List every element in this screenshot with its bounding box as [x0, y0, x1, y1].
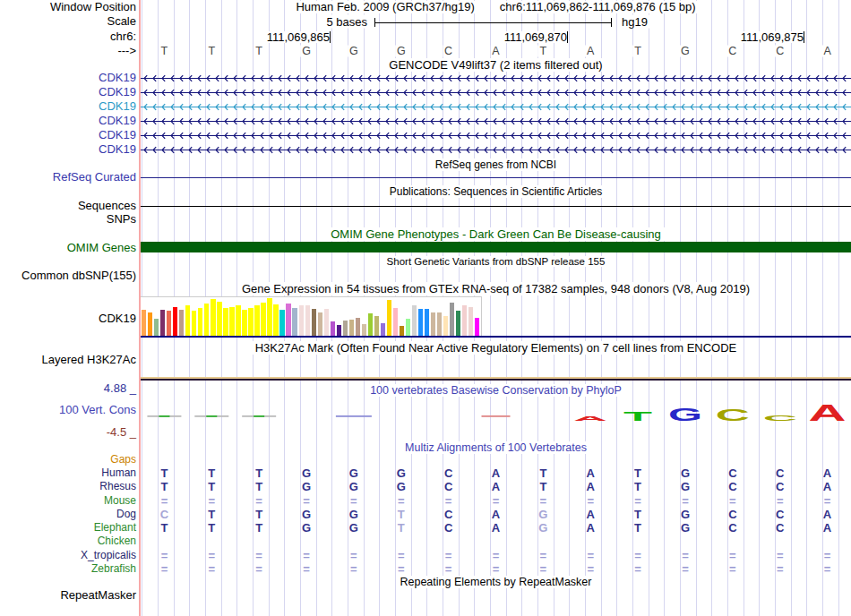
gtex-bar-9[interactable] — [198, 308, 202, 336]
gene-label-cdk19-1[interactable]: CDK19 — [0, 86, 136, 98]
gtex-bar-30[interactable] — [331, 321, 335, 336]
repeatmasker-track-title-text: Repeating Elements by RepeatMasker — [396, 576, 595, 588]
gtex-bar-44[interactable] — [418, 309, 423, 336]
gene-label-cdk19-0[interactable]: CDK19 — [0, 72, 136, 84]
gtex-bar-1[interactable] — [148, 312, 152, 336]
gtex-bar-19[interactable] — [261, 303, 265, 336]
gtex-bar-25[interactable] — [299, 305, 304, 336]
gtex-bar-28[interactable] — [318, 312, 322, 336]
species-label-zebrafish[interactable]: Zebrafish — [0, 562, 136, 575]
track-label-refseq-curated[interactable]: RefSeq Curated — [0, 171, 136, 184]
gtex-bar-33[interactable] — [349, 320, 354, 336]
gtex-bar-34[interactable] — [356, 318, 360, 336]
aln-human-4: G — [349, 467, 358, 479]
gtex-bar-36[interactable] — [368, 313, 373, 336]
gtex-bar-6[interactable] — [179, 310, 184, 336]
gtex-bar-21[interactable] — [273, 304, 278, 336]
gtex-bar-4[interactable] — [167, 311, 171, 336]
gtex-bar-51[interactable] — [462, 305, 467, 336]
gtex-bar-24[interactable] — [292, 308, 297, 336]
phylop-min-value: -4.5 _ — [0, 426, 136, 439]
gtex-bar-16[interactable] — [242, 310, 246, 336]
gtex-bar-3[interactable] — [160, 310, 165, 336]
gtex-bar-35[interactable] — [362, 324, 366, 336]
aln-zebrafish-14: = — [824, 563, 831, 575]
genome-browser: Human Feb. 2009 (GRCh37/hg19)chr6:111,06… — [0, 0, 851, 616]
ruler-base-13: C — [774, 46, 786, 57]
phylop-letter-12: C — [716, 406, 750, 424]
gtex-bar-53[interactable] — [475, 318, 479, 336]
gene-label-cdk19-3[interactable]: CDK19 — [0, 115, 136, 127]
gtex-bar-49[interactable] — [450, 303, 454, 336]
gtex-bar-22[interactable] — [279, 310, 284, 336]
track-label-100-vert-cons[interactable]: 100 Vert. Cons — [0, 404, 136, 416]
gtex-bar-0[interactable] — [142, 310, 146, 336]
gtex-bar-14[interactable] — [229, 307, 234, 336]
species-label-x_tropicalis[interactable]: X_tropicalis — [0, 549, 136, 561]
gtex-bar-37[interactable] — [374, 316, 379, 336]
gtex-bar-17[interactable] — [248, 308, 253, 336]
gtex-bar-46[interactable] — [431, 312, 435, 336]
species-label-dog[interactable]: Dog — [0, 508, 136, 520]
gtex-bar-40[interactable] — [393, 308, 398, 336]
gtex-bar-2[interactable] — [154, 319, 159, 336]
aln-rhesus-10: T — [634, 481, 641, 492]
aln-zebrafish-11: = — [682, 563, 689, 575]
gtex-bar-31[interactable] — [337, 325, 341, 336]
track-label-layered-h3k27ac[interactable]: Layered H3K27Ac — [0, 354, 136, 366]
gtex-bar-50[interactable] — [456, 311, 460, 336]
track-label-common-dbsnp[interactable]: Common dbSNP(155) — [0, 270, 136, 282]
sequences-line[interactable] — [141, 206, 851, 207]
species-label-elephant[interactable]: Elephant — [0, 521, 136, 534]
gtex-bar-8[interactable] — [192, 311, 196, 336]
omim-track-title-text: OMIM Gene Phenotypes - Dark Green Can Be… — [327, 227, 665, 241]
track-label-omim-genes[interactable]: OMIM Genes — [0, 242, 136, 254]
ruler-base-6: C — [443, 46, 454, 57]
track-label-gtex-cdk19[interactable]: CDK19 — [0, 312, 136, 325]
track-label-repeatmasker[interactable]: RepeatMasker — [0, 589, 136, 602]
aln-human-2: T — [255, 467, 262, 479]
gtex-bar-26[interactable] — [305, 305, 310, 336]
species-label-mouse[interactable]: Mouse — [0, 494, 136, 507]
gtex-bar-20[interactable] — [267, 298, 271, 336]
species-label-gaps[interactable]: Gaps — [0, 453, 136, 466]
gtex-bar-5[interactable] — [173, 307, 177, 336]
species-label-rhesus[interactable]: Rhesus — [0, 480, 136, 492]
species-label-chicken[interactable]: Chicken — [0, 535, 136, 547]
species-label-human[interactable]: Human — [0, 466, 136, 479]
window-position-label: Window Position — [0, 1, 136, 13]
gtex-bar-11[interactable] — [211, 299, 215, 336]
gtex-bar-29[interactable] — [324, 309, 329, 336]
track-label-snps[interactable]: SNPs — [0, 213, 136, 226]
gtex-bar-45[interactable] — [425, 309, 429, 336]
gtex-bar-12[interactable] — [217, 302, 221, 336]
refseq-curated-line[interactable] — [141, 177, 851, 178]
omim-genes-bar[interactable] — [141, 242, 851, 252]
gtex-bar-41[interactable] — [400, 326, 404, 336]
dbsnp-track-title: Short Genetic Variants from dbSNP releas… — [141, 255, 851, 268]
gtex-bar-42[interactable] — [406, 319, 410, 336]
gtex-bar-13[interactable] — [223, 308, 228, 336]
aln-zebrafish-7: = — [493, 563, 500, 575]
aln-zebrafish-5: = — [398, 563, 405, 575]
gtex-bar-10[interactable] — [204, 304, 209, 336]
gtex-bar-23[interactable] — [286, 304, 290, 336]
gene-label-cdk19-4[interactable]: CDK19 — [0, 129, 136, 141]
track-label-sequences[interactable]: Sequences — [0, 200, 136, 212]
gtex-bar-47[interactable] — [437, 312, 442, 336]
gtex-bar-15[interactable] — [236, 305, 240, 336]
gtex-bar-27[interactable] — [312, 309, 316, 336]
gtex-bar-48[interactable] — [443, 316, 448, 336]
aln-dog-11: G — [681, 509, 690, 520]
gtex-bar-18[interactable] — [254, 305, 259, 336]
gene-label-cdk19-5[interactable]: CDK19 — [0, 143, 136, 156]
gtex-bar-38[interactable] — [381, 323, 385, 336]
gtex-bar-43[interactable] — [412, 305, 417, 336]
gtex-bar-39[interactable] — [387, 300, 391, 336]
gtex-bar-52[interactable] — [468, 307, 473, 336]
repeatmasker-track-title: Repeating Elements by RepeatMasker — [141, 576, 851, 588]
gene-label-cdk19-2[interactable]: CDK19 — [0, 100, 136, 113]
gtex-bar-7[interactable] — [185, 305, 190, 336]
ruler-base-14: A — [821, 46, 832, 57]
gtex-bar-32[interactable] — [343, 321, 348, 336]
